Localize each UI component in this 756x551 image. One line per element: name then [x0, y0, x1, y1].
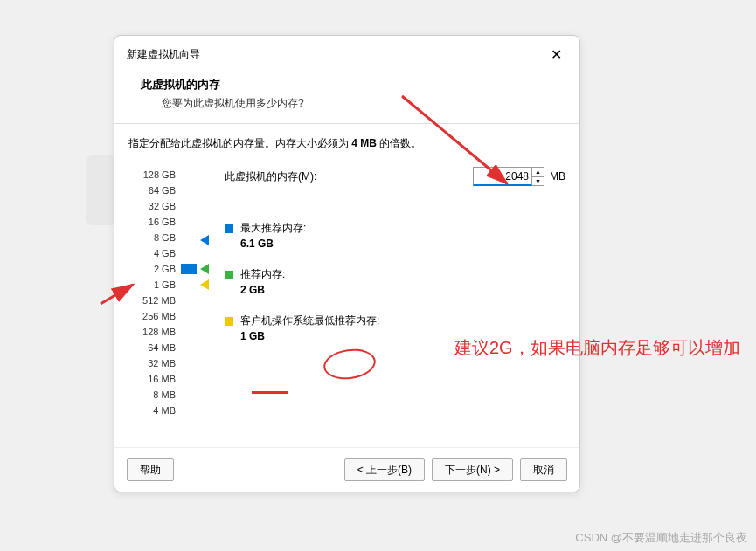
blue-square-icon	[225, 224, 233, 233]
wizard-dialog: 新建虚拟机向导 ✕ 此虚拟机的内存 您要为此虚拟机使用多少内存? 指定分配给此虚…	[114, 35, 580, 492]
instruction-text: 指定分配给此虚拟机的内存量。内存大小必须为 4 MB 的倍数。	[128, 136, 565, 151]
scale-label: 64 GB	[128, 183, 181, 198]
max-recommended-block: 最大推荐内存: 6.1 GB	[225, 221, 565, 250]
min-marker-icon	[200, 279, 209, 290]
scale-label: 4 MB	[128, 403, 181, 418]
header-title: 此虚拟机的内存	[141, 77, 553, 93]
scale-label: 16 GB	[128, 214, 181, 230]
green-square-icon	[225, 271, 233, 279]
cancel-button[interactable]: 取消	[520, 458, 567, 481]
help-button[interactable]: 帮助	[127, 458, 174, 481]
header-subtitle: 您要为此虚拟机使用多少内存?	[141, 96, 553, 111]
slider-handle[interactable]	[181, 264, 197, 274]
scale-label: 2 GB	[128, 261, 181, 277]
memory-slider-track[interactable]	[181, 167, 216, 418]
memory-scale-labels: 128 GB 64 GB 32 GB 16 GB 8 GB 4 GB 2 GB …	[128, 167, 181, 418]
yellow-square-icon	[225, 317, 233, 326]
memory-input-row: 此虚拟机的内存(M): ▲ ▼ MB	[225, 167, 565, 186]
footer-buttons: 帮助 < 上一步(B) 下一步(N) > 取消	[114, 447, 579, 492]
dialog-title: 新建虚拟机向导	[127, 47, 200, 62]
spinner-down-icon[interactable]: ▼	[532, 177, 544, 186]
back-button[interactable]: < 上一步(B)	[344, 458, 425, 481]
memory-spinner[interactable]: ▲ ▼	[532, 167, 544, 186]
scale-label: 4 GB	[128, 245, 181, 261]
max-marker-icon	[200, 235, 209, 245]
spinner-up-icon[interactable]: ▲	[532, 168, 544, 177]
next-button[interactable]: 下一步(N) >	[432, 458, 513, 481]
scale-label: 128 MB	[128, 324, 181, 340]
scale-label: 32 GB	[128, 198, 181, 214]
watermark: CSDN @不要温顺地走进那个良夜	[575, 530, 747, 546]
min-recommended-block: 客户机操作系统最低推荐内存: 1 GB	[225, 313, 565, 342]
max-recommended-value: 6.1 GB	[225, 238, 565, 250]
scale-label: 256 MB	[128, 308, 181, 324]
titlebar: 新建虚拟机向导 ✕	[114, 36, 579, 70]
scale-label: 128 GB	[128, 167, 181, 183]
scale-label: 64 MB	[128, 340, 181, 355]
rec-marker-icon	[200, 264, 209, 274]
close-icon[interactable]: ✕	[545, 45, 567, 65]
right-column: 此虚拟机的内存(M): ▲ ▼ MB 最大推荐内存: 6.1 GB	[216, 167, 565, 418]
min-recommended-value: 1 GB	[225, 330, 565, 342]
memory-input[interactable]	[473, 167, 532, 186]
scale-label: 8 GB	[128, 230, 181, 245]
scale-label: 8 MB	[128, 387, 181, 403]
scale-label: 1 GB	[128, 277, 181, 293]
scale-label: 16 MB	[128, 371, 181, 387]
scale-label: 512 MB	[128, 293, 181, 308]
content-area: 指定分配给此虚拟机的内存量。内存大小必须为 4 MB 的倍数。 128 GB 6…	[114, 124, 579, 427]
header-section: 此虚拟机的内存 您要为此虚拟机使用多少内存?	[114, 70, 579, 123]
memory-unit: MB	[550, 170, 565, 183]
recommended-value: 2 GB	[225, 284, 565, 296]
scale-label: 32 MB	[128, 355, 181, 371]
memory-label: 此虚拟机的内存(M):	[225, 169, 316, 184]
recommended-block: 推荐内存: 2 GB	[225, 267, 565, 296]
